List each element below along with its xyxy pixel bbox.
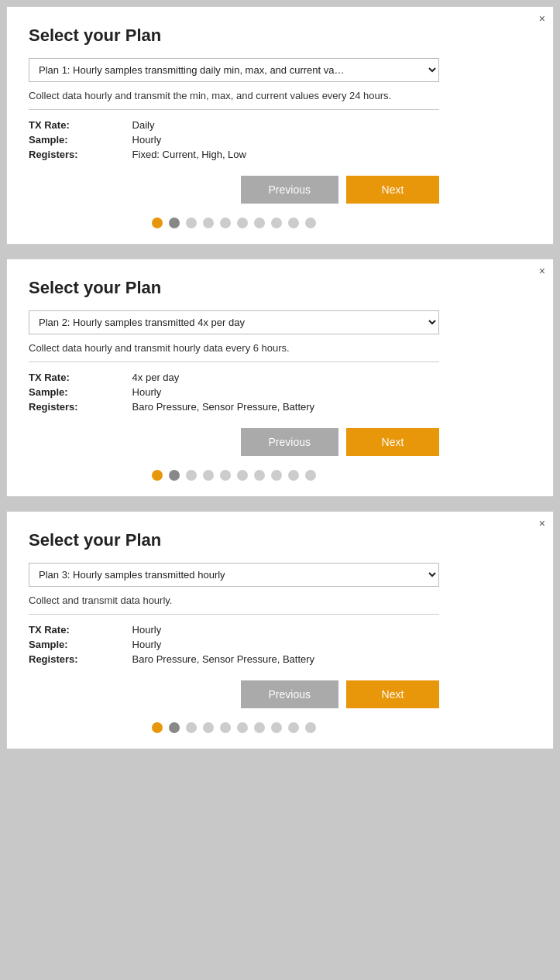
previous-button-2[interactable]: Previous — [241, 428, 338, 456]
next-button-2[interactable]: Next — [346, 428, 439, 456]
dot-1-7 — [254, 218, 265, 228]
dot-3-4 — [203, 722, 214, 733]
registers-value-2: Baro Pressure, Sensor Pressure, Battery — [132, 399, 315, 414]
registers-row-3: Registers: Baro Pressure, Sensor Pressur… — [29, 652, 314, 666]
dot-1-10 — [305, 218, 316, 228]
dot-1-9 — [288, 218, 299, 228]
tx-rate-label-2: TX Rate: — [29, 370, 132, 385]
dot-3-6 — [237, 722, 248, 733]
tx-rate-value-2: 4x per day — [132, 370, 315, 385]
dot-2-10 — [305, 470, 316, 481]
plan-select-2[interactable]: Plan 1: Hourly samples transmitting dail… — [29, 310, 439, 334]
dot-3-7 — [254, 722, 265, 733]
previous-button-1[interactable]: Previous — [241, 176, 338, 204]
registers-row-2: Registers: Baro Pressure, Sensor Pressur… — [29, 399, 314, 414]
dot-1-5 — [220, 218, 231, 228]
tx-rate-label-1: TX Rate: — [29, 118, 132, 132]
card-title-3: Select your Plan — [29, 530, 531, 550]
dot-1-6 — [237, 218, 248, 228]
plan-desc-2: Collect data hourly and transmit hourly … — [29, 342, 439, 362]
dot-2-6 — [237, 470, 248, 481]
registers-label-1: Registers: — [29, 147, 132, 162]
sample-row-2: Sample: Hourly — [29, 385, 314, 399]
sample-label-1: Sample: — [29, 132, 132, 147]
tx-rate-value-3: Hourly — [132, 622, 315, 637]
dot-2-8 — [271, 470, 282, 481]
plan-details-3: TX Rate: Hourly Sample: Hourly Registers… — [29, 622, 531, 666]
registers-value-3: Baro Pressure, Sensor Pressure, Battery — [132, 652, 315, 666]
dot-1-3 — [186, 218, 197, 228]
dot-3-10 — [305, 722, 316, 733]
card-title-2: Select your Plan — [29, 278, 531, 298]
sample-value-3: Hourly — [132, 637, 315, 652]
tx-rate-row-3: TX Rate: Hourly — [29, 622, 314, 637]
sample-row-1: Sample: Hourly — [29, 132, 246, 147]
tx-rate-row-1: TX Rate: Daily — [29, 118, 246, 132]
dot-2-7 — [254, 470, 265, 481]
dot-1-8 — [271, 218, 282, 228]
next-button-1[interactable]: Next — [346, 176, 439, 204]
plan-desc-1: Collect data hourly and transmit the min… — [29, 90, 439, 110]
sample-label-3: Sample: — [29, 637, 132, 652]
dot-3-5 — [220, 722, 231, 733]
dot-2-5 — [220, 470, 231, 481]
button-row-3: Previous Next — [29, 680, 439, 708]
registers-row-1: Registers: Fixed: Current, High, Low — [29, 147, 246, 162]
card-title-1: Select your Plan — [29, 26, 531, 46]
sample-row-3: Sample: Hourly — [29, 637, 314, 652]
previous-button-3[interactable]: Previous — [241, 680, 338, 708]
sample-value-2: Hourly — [132, 385, 315, 399]
sample-label-2: Sample: — [29, 385, 132, 399]
dots-row-2 — [29, 470, 439, 481]
registers-label-2: Registers: — [29, 399, 132, 414]
dot-2-4 — [203, 470, 214, 481]
plan-card-2: × Select your Plan Plan 1: Hourly sample… — [6, 259, 554, 497]
dot-3-2 — [169, 722, 180, 733]
plan-desc-3: Collect and transmit data hourly. — [29, 595, 439, 615]
dot-1-2 — [169, 218, 180, 228]
dot-1-4 — [203, 218, 214, 228]
dot-3-1 — [152, 722, 163, 733]
dot-2-2 — [169, 470, 180, 481]
dot-3-3 — [186, 722, 197, 733]
dot-1-1 — [152, 218, 163, 228]
tx-rate-row-2: TX Rate: 4x per day — [29, 370, 314, 385]
dot-3-9 — [288, 722, 299, 733]
registers-value-1: Fixed: Current, High, Low — [132, 147, 246, 162]
sample-value-1: Hourly — [132, 132, 246, 147]
plan-card-3: × Select your Plan Plan 1: Hourly sample… — [6, 511, 554, 749]
plan-details-2: TX Rate: 4x per day Sample: Hourly Regis… — [29, 370, 531, 414]
next-button-3[interactable]: Next — [346, 680, 439, 708]
plan-details-1: TX Rate: Daily Sample: Hourly Registers:… — [29, 118, 531, 162]
dots-row-1 — [29, 218, 439, 228]
plan-select-1[interactable]: Plan 1: Hourly samples transmitting dail… — [29, 58, 439, 82]
button-row-2: Previous Next — [29, 428, 439, 456]
dot-3-8 — [271, 722, 282, 733]
close-button-1[interactable]: × — [539, 13, 545, 24]
dots-row-3 — [29, 722, 439, 733]
dot-2-9 — [288, 470, 299, 481]
plan-select-3[interactable]: Plan 1: Hourly samples transmitting dail… — [29, 563, 439, 587]
close-button-3[interactable]: × — [539, 518, 545, 529]
tx-rate-value-1: Daily — [132, 118, 246, 132]
close-button-2[interactable]: × — [539, 266, 545, 276]
plan-card-1: × Select your Plan Plan 1: Hourly sample… — [6, 6, 554, 245]
dot-2-3 — [186, 470, 197, 481]
tx-rate-label-3: TX Rate: — [29, 622, 132, 637]
registers-label-3: Registers: — [29, 652, 132, 666]
dot-2-1 — [152, 470, 163, 481]
button-row-1: Previous Next — [29, 176, 439, 204]
